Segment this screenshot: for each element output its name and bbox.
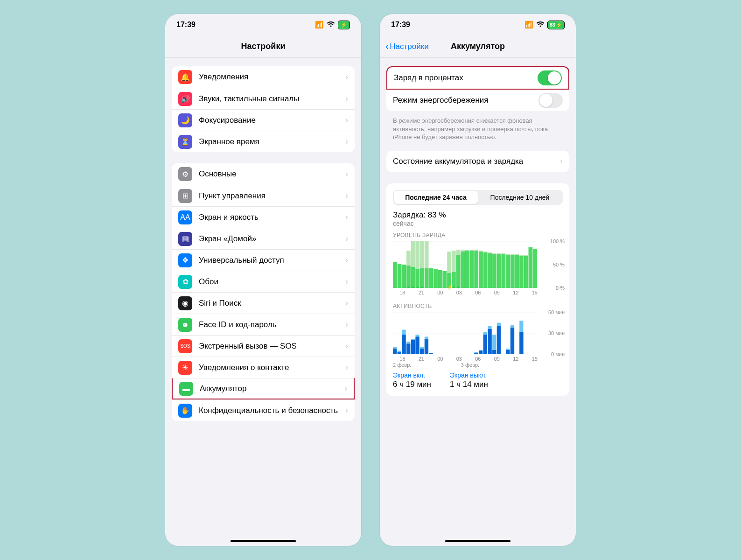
settings-row[interactable]: ❖Универсальный доступ› bbox=[172, 249, 355, 271]
wifi-icon bbox=[327, 21, 335, 29]
settings-group-1: 🔔Уведомления›🔊Звуки, тактильные сигналы›… bbox=[172, 66, 355, 152]
svg-rect-68 bbox=[412, 287, 414, 288]
battery-percentage-row-wrap: Заряд в процентах bbox=[386, 66, 569, 89]
row-label: Экран «Домой» bbox=[199, 234, 345, 244]
row-label: Экранное время bbox=[199, 137, 345, 147]
settings-row[interactable]: ☻Face ID и код-пароль› bbox=[172, 314, 355, 335]
settings-row[interactable]: ▦Экран «Домой»› bbox=[172, 228, 355, 249]
battery-content[interactable]: Заряд в процентах Режим энергосбережения… bbox=[380, 58, 576, 546]
phone-settings: 17:39 📶 ⚡ Настройки 🔔Уведомления›🔊Звуки,… bbox=[165, 14, 361, 546]
svg-rect-40 bbox=[415, 269, 419, 288]
row-icon: 🔔 bbox=[178, 70, 192, 84]
chevron-left-icon: ‹ bbox=[385, 41, 389, 53]
segment-10d[interactable]: Последние 10 дней bbox=[478, 191, 562, 204]
svg-text:⚡: ⚡ bbox=[447, 284, 453, 290]
svg-rect-58 bbox=[497, 254, 501, 288]
back-button[interactable]: ‹ Настройки bbox=[385, 41, 429, 53]
svg-rect-42 bbox=[425, 268, 429, 288]
charge-status: Зарядка: 83 % bbox=[393, 210, 563, 220]
svg-rect-67 bbox=[407, 287, 409, 288]
svg-rect-101 bbox=[415, 336, 419, 354]
svg-rect-102 bbox=[420, 349, 424, 354]
settings-row[interactable]: SOSЭкстренный вызов — SOS› bbox=[172, 335, 355, 357]
row-icon: ▬ bbox=[179, 382, 193, 396]
phone-battery: 17:39 📶 83⚡ ‹ Настройки Аккумулятор Заря… bbox=[380, 14, 576, 546]
svg-rect-96 bbox=[393, 349, 397, 354]
battery-health-group: Состояние аккумулятора и зарядка › bbox=[386, 151, 569, 172]
settings-row[interactable]: ✿Обои› bbox=[172, 271, 355, 292]
low-power-footnote: В режиме энергосбережения снижается фоно… bbox=[386, 114, 569, 141]
svg-rect-112 bbox=[510, 328, 514, 354]
svg-rect-113 bbox=[519, 332, 523, 354]
battery-icon: ⚡ bbox=[338, 21, 350, 29]
home-indicator[interactable] bbox=[445, 540, 510, 542]
svg-rect-98 bbox=[402, 335, 405, 354]
settings-row[interactable]: 🔊Звуки, тактильные сигналы› bbox=[172, 88, 355, 109]
settings-row[interactable]: ☀Уведомления о контакте› bbox=[172, 357, 355, 378]
svg-rect-97 bbox=[398, 352, 401, 354]
svg-rect-49 bbox=[456, 255, 461, 288]
status-time: 17:39 bbox=[176, 21, 196, 29]
wifi-icon bbox=[536, 21, 545, 29]
activity-chart-title: АКТИВНОСТЬ bbox=[393, 303, 563, 309]
row-icon: SOS bbox=[178, 339, 192, 353]
svg-rect-64 bbox=[524, 256, 528, 288]
low-power-row[interactable]: Режим энергосбережения bbox=[386, 90, 569, 111]
row-label: Face ID и код-пароль bbox=[199, 320, 345, 329]
charge-sub: сейчас bbox=[393, 220, 563, 227]
row-icon: ⚙︎ bbox=[178, 167, 192, 181]
svg-rect-56 bbox=[488, 253, 492, 288]
svg-rect-36 bbox=[398, 264, 402, 288]
svg-rect-51 bbox=[465, 251, 469, 288]
nav-header: Настройки bbox=[165, 35, 361, 58]
time-range-segmented[interactable]: Последние 24 часа Последние 10 дней bbox=[393, 190, 563, 205]
row-label: Универсальный доступ bbox=[199, 256, 345, 265]
settings-row[interactable]: ⚙︎Основные› bbox=[172, 163, 355, 185]
settings-row[interactable]: ◉Siri и Поиск› bbox=[172, 292, 355, 314]
battery-health-label: Состояние аккумулятора и зарядка bbox=[393, 157, 560, 166]
svg-rect-57 bbox=[492, 254, 496, 288]
settings-row[interactable]: ✋Конфиденциальность и безопасность› bbox=[172, 399, 355, 421]
settings-row[interactable]: 🌙Фокусирование› bbox=[172, 109, 355, 131]
row-icon: ◉ bbox=[178, 296, 192, 310]
svg-rect-37 bbox=[402, 265, 406, 288]
settings-row[interactable]: 🔔Уведомления› bbox=[172, 66, 355, 88]
svg-rect-63 bbox=[519, 256, 524, 288]
chevron-right-icon: › bbox=[345, 406, 348, 415]
level-chart-title: УРОВЕНЬ ЗАРЯДА bbox=[393, 232, 563, 238]
settings-row[interactable]: ⏳Экранное время› bbox=[172, 131, 355, 152]
battery-health-row[interactable]: Состояние аккумулятора и зарядка › bbox=[386, 151, 569, 172]
battery-percentage-label: Заряд в процентах bbox=[394, 73, 538, 83]
status-right: 📶 ⚡ bbox=[315, 21, 350, 29]
svg-rect-103 bbox=[425, 339, 428, 354]
low-power-toggle[interactable] bbox=[538, 93, 563, 108]
svg-rect-100 bbox=[411, 340, 415, 354]
svg-rect-104 bbox=[429, 353, 433, 354]
screen-on-summary: Экран вкл. 6 ч 19 мин bbox=[393, 371, 431, 389]
svg-rect-73 bbox=[457, 287, 459, 288]
svg-rect-46 bbox=[443, 271, 447, 288]
svg-rect-70 bbox=[421, 287, 423, 288]
row-label: Экстренный вызов — SOS bbox=[199, 342, 345, 351]
chevron-right-icon: › bbox=[345, 277, 348, 287]
settings-row[interactable]: ⊞Пункт управления› bbox=[172, 185, 355, 206]
chevron-right-icon: › bbox=[345, 363, 348, 372]
battery-percentage-toggle[interactable] bbox=[538, 70, 562, 85]
row-label: Экран и яркость bbox=[199, 213, 345, 222]
home-indicator[interactable] bbox=[231, 540, 296, 542]
status-bar: 17:39 📶 83⚡ bbox=[380, 14, 576, 35]
row-label: Обои bbox=[199, 277, 345, 287]
row-label: Siri и Поиск bbox=[199, 299, 345, 308]
battery-percentage-row[interactable]: Заряд в процентах bbox=[387, 67, 568, 89]
settings-group-2: ⚙︎Основные›⊞Пункт управления›AAЭкран и я… bbox=[172, 163, 355, 421]
settings-content[interactable]: 🔔Уведомления›🔊Звуки, тактильные сигналы›… bbox=[165, 58, 361, 546]
svg-rect-106 bbox=[479, 350, 482, 354]
row-icon: ⏳ bbox=[178, 135, 192, 149]
settings-row[interactable]: AAЭкран и яркость› bbox=[172, 206, 355, 228]
chevron-right-icon: › bbox=[345, 255, 348, 265]
chevron-right-icon: › bbox=[345, 234, 348, 244]
settings-row[interactable]: ▬Аккумулятор› bbox=[172, 378, 355, 399]
svg-rect-53 bbox=[474, 251, 478, 288]
svg-rect-107 bbox=[483, 335, 487, 354]
segment-24h[interactable]: Последние 24 часа bbox=[394, 191, 478, 204]
